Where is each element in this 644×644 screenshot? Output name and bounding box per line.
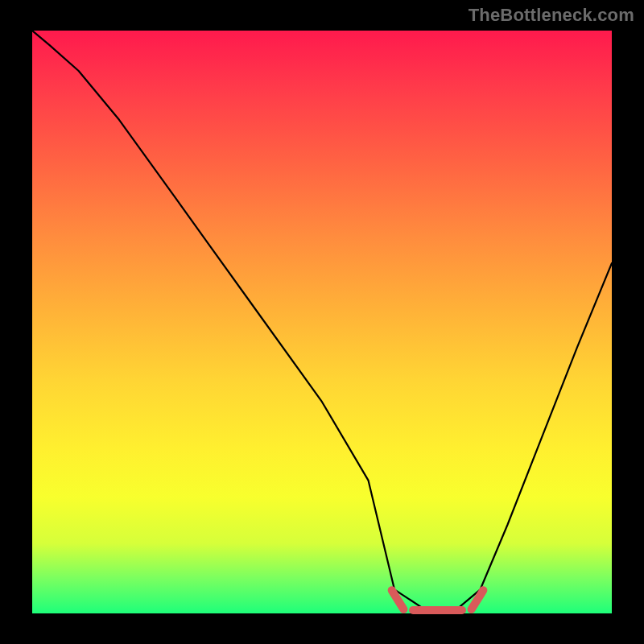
- bottleneck-curve: [32, 31, 612, 613]
- chart-frame: TheBottleneck.com: [0, 0, 644, 644]
- plot-area: [32, 31, 612, 613]
- watermark-text: TheBottleneck.com: [469, 5, 634, 26]
- knee-marker-flat: [409, 606, 466, 614]
